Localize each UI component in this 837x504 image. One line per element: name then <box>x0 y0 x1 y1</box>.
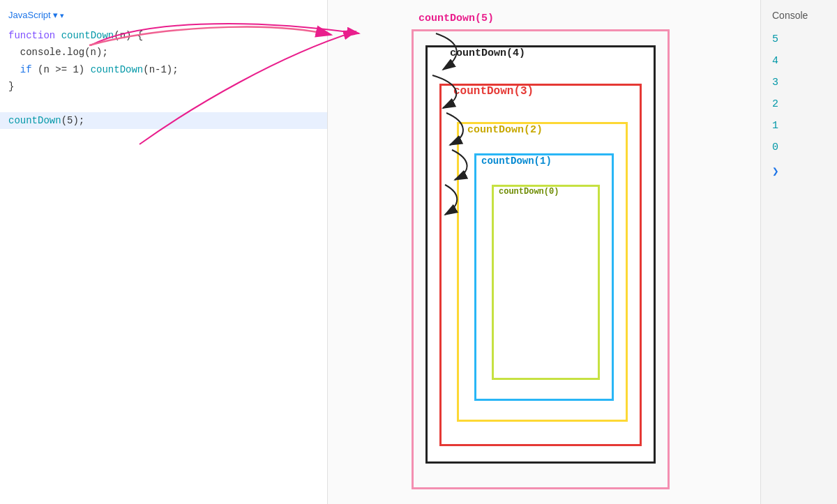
box-countdown0 <box>492 185 600 380</box>
label-countdown4: countDown(4) <box>450 47 525 59</box>
code-line-4: } <box>0 78 327 95</box>
console-prompt[interactable]: ❯ <box>761 159 837 183</box>
console-output: 5 4 3 2 1 0 ❯ <box>761 29 837 183</box>
code-line-2: console.log(n); <box>0 44 327 61</box>
main-layout: JavaScript ▾ function countDown(n) { con… <box>0 0 837 504</box>
console-value-2: 2 <box>761 94 837 114</box>
console-value-5: 5 <box>761 29 837 49</box>
label-countdown2: countDown(2) <box>467 124 543 136</box>
code-line-1: function countDown(n) { <box>0 27 327 44</box>
console-value-3: 3 <box>761 72 837 93</box>
code-line-6: countDown(5); <box>0 112 327 129</box>
fn-name-countdown: countDown <box>61 30 114 41</box>
keyword-if: if <box>20 64 32 75</box>
label-countdown0: countDown(0) <box>499 187 559 197</box>
console-value-4: 4 <box>761 51 837 71</box>
label-countdown1: countDown(1) <box>481 155 552 167</box>
console-panel: Console 5 4 3 2 1 0 ❯ <box>760 0 837 504</box>
viz-panel: countDown(5) countDown(4) countDown(3) c… <box>328 0 760 504</box>
code-area: function countDown(n) { console.log(n); … <box>0 26 327 130</box>
console-value-1: 1 <box>761 116 837 136</box>
viz-container: countDown(5) countDown(4) countDown(3) c… <box>412 7 677 495</box>
label-countdown5: countDown(5) <box>418 13 494 24</box>
console-title: Console <box>761 7 837 29</box>
console-value-0: 0 <box>761 137 837 158</box>
code-panel: JavaScript ▾ function countDown(n) { con… <box>0 0 328 504</box>
language-selector[interactable]: JavaScript ▾ <box>0 7 327 26</box>
code-line-5 <box>0 96 327 112</box>
code-line-3: if (n >= 1) countDown(n-1); <box>0 61 327 78</box>
keyword-function: function <box>8 30 55 41</box>
label-countdown3: countDown(3) <box>453 85 534 98</box>
